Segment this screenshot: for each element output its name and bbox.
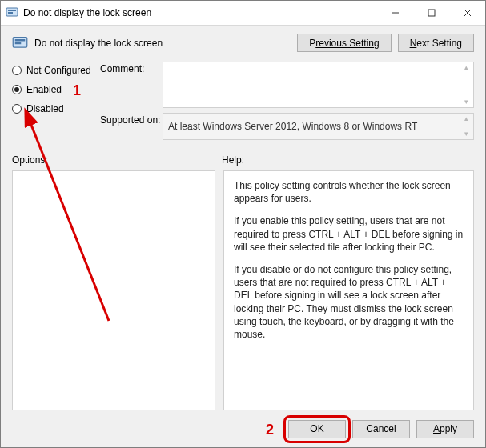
options-label: Options: bbox=[12, 154, 222, 166]
apply-button[interactable]: Apply bbox=[416, 420, 474, 438]
radio-icon bbox=[12, 66, 22, 75]
policy-icon bbox=[6, 6, 18, 19]
annotation-number-2: 2 bbox=[266, 422, 274, 438]
header-row: Do not display the lock screen Previous … bbox=[1, 26, 485, 62]
chevron-down-icon[interactable]: ▾ bbox=[460, 130, 472, 138]
scroll-arrows: ▴ ▾ bbox=[460, 115, 472, 138]
supported-on-box: At least Windows Server 2012, Windows 8 … bbox=[163, 113, 474, 140]
help-label: Help: bbox=[222, 154, 474, 166]
meta-panel: Comment: ▴ ▾ Supported on: At least Wind… bbox=[100, 62, 474, 145]
cancel-button[interactable]: Cancel bbox=[352, 420, 410, 438]
radio-not-configured[interactable]: Not Configured bbox=[12, 65, 100, 76]
radio-disabled[interactable]: Disabled bbox=[12, 103, 100, 114]
policy-name: Do not display the lock screen bbox=[34, 38, 297, 49]
svg-rect-1 bbox=[8, 10, 16, 11]
window-title: Do not display the lock screen bbox=[23, 7, 377, 18]
state-radios: Not Configured Enabled Disabled bbox=[12, 62, 100, 145]
svg-rect-9 bbox=[15, 42, 22, 44]
minimize-button[interactable] bbox=[377, 2, 413, 25]
policy-icon bbox=[12, 35, 28, 51]
comment-label: Comment: bbox=[100, 62, 163, 108]
scroll-arrows: ▴ ▾ bbox=[460, 64, 472, 106]
window: Do not display the lock screen Do not di… bbox=[0, 0, 486, 448]
section-labels: Options: Help: bbox=[1, 148, 485, 167]
chevron-down-icon[interactable]: ▾ bbox=[460, 98, 472, 106]
supported-value: At least Windows Server 2012, Windows 8 … bbox=[168, 121, 417, 132]
radio-icon bbox=[12, 85, 22, 94]
comment-input[interactable]: ▴ ▾ bbox=[163, 62, 474, 108]
previous-setting-button[interactable]: Previous Setting bbox=[297, 34, 391, 52]
radio-label: Disabled bbox=[26, 103, 64, 114]
chevron-up-icon[interactable]: ▴ bbox=[460, 115, 472, 122]
help-paragraph: If you disable or do not configure this … bbox=[234, 263, 464, 341]
help-paragraph: This policy setting controls whether the… bbox=[234, 179, 464, 205]
comment-row: Comment: ▴ ▾ bbox=[100, 62, 474, 108]
ok-button[interactable]: OK bbox=[288, 420, 346, 438]
help-box: This policy setting controls whether the… bbox=[223, 170, 474, 410]
next-setting-button[interactable]: Next Setting bbox=[398, 34, 474, 52]
supported-label: Supported on: bbox=[100, 113, 163, 140]
radio-icon bbox=[12, 104, 22, 114]
body-row: This policy setting controls whether the… bbox=[1, 167, 485, 410]
chevron-up-icon[interactable]: ▴ bbox=[460, 64, 472, 71]
config-panel: Not Configured Enabled Disabled Comment:… bbox=[1, 62, 485, 148]
help-paragraph: If you enable this policy setting, users… bbox=[234, 214, 464, 254]
titlebar: Do not display the lock screen bbox=[1, 1, 485, 26]
options-box bbox=[12, 170, 215, 410]
supported-row: Supported on: At least Windows Server 20… bbox=[100, 113, 474, 140]
radio-label: Enabled bbox=[26, 84, 62, 95]
maximize-button[interactable] bbox=[413, 2, 449, 25]
svg-rect-2 bbox=[8, 12, 13, 14]
radio-enabled[interactable]: Enabled bbox=[12, 84, 100, 95]
svg-rect-4 bbox=[428, 10, 435, 16]
footer: OK Cancel Apply 2 bbox=[1, 410, 485, 447]
svg-rect-8 bbox=[15, 39, 26, 42]
close-button[interactable] bbox=[449, 2, 485, 25]
radio-label: Not Configured bbox=[26, 65, 91, 76]
